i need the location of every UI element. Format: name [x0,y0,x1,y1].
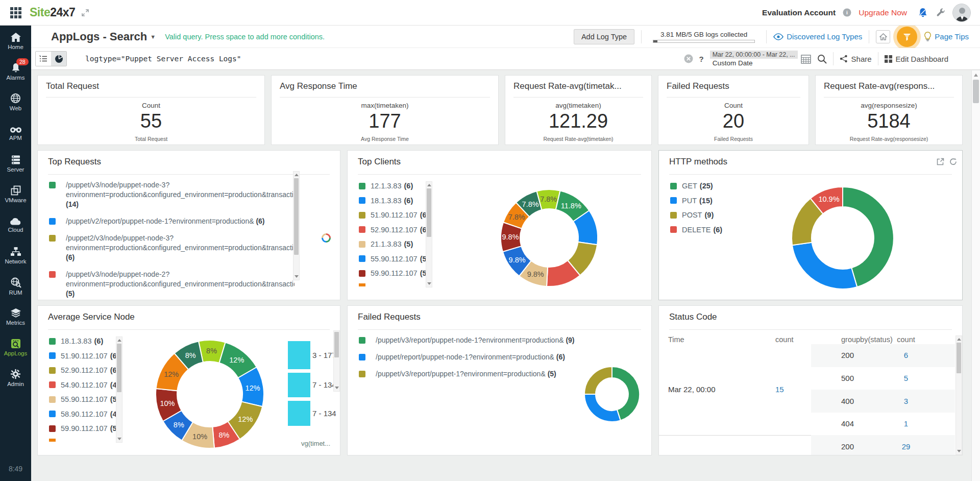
kpi-card-4: Failed Requests Count 20 Failed Requests [658,75,809,145]
request-list-item[interactable]: /puppet/v3/report/puppet-1?environment=p… [359,369,575,379]
request-list-item[interactable]: /puppet2/v3/node/puppet-node-3?environme… [49,233,295,262]
legend-swatch [670,226,677,233]
legend-swatch [49,271,56,278]
page-scrollbar[interactable] [971,70,980,481]
legend-label: POST [682,211,702,219]
status-count-link[interactable]: 1 [895,419,917,428]
bar-label: 3 - 177 [312,351,336,359]
widget-title: HTTP methods [669,157,727,167]
legend-item[interactable]: PUT(15) [670,196,722,205]
donut-segment[interactable] [584,367,612,394]
filter-spotlight-icon[interactable] [897,27,917,47]
dashboard-home-icon[interactable] [876,30,890,43]
apps-grid-icon[interactable] [10,7,21,18]
legend-item[interactable]: 18.1.3.83(6) [359,196,429,205]
sidebar-item-apm[interactable]: APM [0,117,31,148]
sidebar-item-network[interactable]: Network [0,240,31,271]
kpi-metric-label: Count [38,102,264,109]
topbar: Site24x7 Evaluation Account i Upgrade No… [0,0,980,26]
top-clients-legend-scrollbar[interactable] [426,181,432,287]
sidebar-item-vmware[interactable]: VMware [0,179,31,209]
legend-item[interactable]: 55.90.112.107(5) [359,254,429,263]
svg-text:i: i [846,10,848,15]
sidebar-item-label: Cloud [8,227,23,233]
request-url: /puppet/v3/report/puppet-1?environment=p… [376,369,556,379]
widget-title: Failed Requests [358,312,421,322]
legend-label: 55.90.112.107 [371,255,418,263]
sidebar-item-server[interactable]: Server [0,148,31,179]
legend-item[interactable] [359,283,429,286]
chart-view-pie-icon[interactable] [51,52,66,66]
kpi-value: 177 [272,110,498,132]
avg-service-node-chart-scrollbar[interactable] [333,330,340,392]
legend-item[interactable]: 12.1.3.83(6) [359,181,429,190]
bar-label: 7 - 134 [312,380,336,389]
help-icon[interactable]: ? [699,55,704,63]
add-log-type-button[interactable]: Add Log Type [574,29,634,44]
sidebar-item-home[interactable]: Home [0,26,31,56]
legend-item[interactable]: GET(25) [670,181,722,190]
sidebar-item-rum[interactable]: RUM [0,271,31,301]
date-range-picker[interactable]: Mar 22, 00:00:00 - Mar 22, ... Custom Da… [710,51,811,67]
upgrade-now-link[interactable]: Upgrade Now [859,8,907,17]
legend-item[interactable]: DELETE(6) [670,225,722,234]
notifications-bell-icon[interactable] [917,7,928,18]
site24x7-logo[interactable]: Site24x7 [30,6,75,19]
sidebar-item-applogs[interactable]: AppLogs [0,332,31,363]
donut-segment[interactable] [792,243,857,289]
donut-label: 7.8% [522,200,539,208]
date-mode-text: Custom Date [710,59,798,67]
status-count-link[interactable]: 5 [895,374,917,382]
request-list-item[interactable]: /puppet/report/puppet-node-1?environment… [359,352,575,362]
discovered-log-types-link[interactable]: Discovered Log Types [773,32,862,41]
kpi-card-1: Total Request Count 55 Total Request [37,75,265,145]
export-widget-icon[interactable] [937,158,944,165]
legend-swatch [49,235,56,242]
info-icon[interactable]: i [843,8,851,17]
tools-wrench-icon[interactable] [936,8,945,17]
legend-item[interactable]: 21.1.3.83(5) [359,239,429,249]
table-count-link[interactable]: 15 [775,385,784,394]
legend-item[interactable]: 51.90.112.107(6) [359,210,429,220]
donut-segment[interactable] [584,394,621,422]
sidebar-item-web[interactable]: Web [0,87,31,117]
request-list-item[interactable]: /puppet/v3/node/puppet-node-2?environmen… [49,270,295,299]
legend-count: (6) [713,226,722,234]
legend-item[interactable]: POST(9) [670,210,722,220]
search-icon[interactable] [817,54,827,64]
request-list-item[interactable]: /puppet/v3/report/puppet-node-1?environm… [359,335,575,345]
title-dropdown-caret-icon[interactable]: ▼ [150,34,156,40]
status-code-scrollbar[interactable] [955,335,962,455]
edit-dashboard-button[interactable]: Edit Dashboard [885,55,948,63]
kpi-title: Avg Response Time [280,81,357,91]
status-value: 400 [841,397,854,405]
bar[interactable] [288,341,310,369]
sidebar-item-cloud[interactable]: Cloud [0,209,31,240]
sidebar-item-metrics[interactable]: Metrics [0,301,31,332]
request-list-item[interactable]: /puppet/v2/report/puppet-node-1?environm… [49,217,295,226]
top-requests-scrollbar[interactable] [293,171,300,280]
legend-swatch [359,337,365,344]
clear-query-icon[interactable] [684,54,693,63]
user-avatar[interactable] [952,4,971,22]
legend-item[interactable]: 59.90.112.107(5) [359,269,429,278]
search-query-input[interactable]: logtype="Puppet Server Access Logs" [85,55,684,63]
legend-item[interactable]: 52.90.112.107(6) [359,225,429,234]
applogs-icon [11,339,21,349]
page-title[interactable]: AppLogs - Search [51,30,147,43]
request-list-item[interactable]: /puppet/v3/node/puppet-node-3?environmen… [49,180,295,209]
expand-icon[interactable] [81,9,89,17]
status-count-link[interactable]: 6 [895,351,917,359]
sidebar-item-alarms[interactable]: Alarms28 [0,56,31,87]
field-list-icon[interactable]: * [36,52,51,66]
bar[interactable] [288,401,310,426]
bar[interactable] [288,373,310,397]
share-button[interactable]: Share [840,55,872,63]
status-count-link[interactable]: 3 [895,397,917,405]
page-tips-link[interactable]: Page Tips [924,32,969,41]
kpi-metric-label: avg(responsesize) [816,102,962,109]
refresh-widget-icon[interactable] [949,158,957,165]
donut-label: 10.9% [818,195,839,203]
status-count-link[interactable]: 29 [895,442,917,451]
sidebar-item-admin[interactable]: Admin [0,363,31,393]
